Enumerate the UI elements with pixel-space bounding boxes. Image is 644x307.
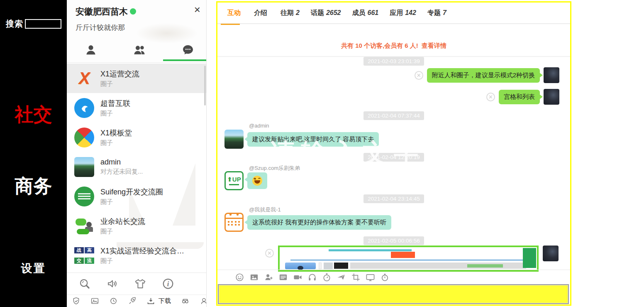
- left-sidebar: 搜索 社交 商务 设置: [0, 0, 67, 307]
- card-icon[interactable]: [278, 273, 288, 282]
- info-icon[interactable]: i: [162, 278, 174, 290]
- timestamp: 2021-02-04 23:14:45: [217, 194, 570, 203]
- shield-icon[interactable]: [72, 297, 80, 305]
- message-outgoing-image: ✕: [265, 246, 559, 272]
- search-label: 搜索: [6, 18, 23, 29]
- download-icon[interactable]: [146, 297, 155, 305]
- laugh-emoji: [252, 176, 262, 186]
- search-input[interactable]: [25, 19, 61, 29]
- add-person-icon[interactable]: [264, 273, 273, 282]
- people-icon[interactable]: [133, 43, 146, 56]
- message-bubble: 这系统很好 我有更好的操作体验方案 要不要听听: [247, 215, 391, 230]
- contact-toolbar: i: [67, 273, 206, 294]
- image-icon[interactable]: [249, 273, 259, 282]
- contact-desc: 对方还未回复...: [100, 168, 143, 176]
- active-tab-underline: [221, 24, 240, 25]
- emoji-icon[interactable]: [235, 273, 244, 282]
- tab-introduction[interactable]: 介绍: [254, 9, 269, 17]
- list-item-x1-practical[interactable]: 战高 交流 X1实战运营经验交流合… 圈子: [67, 241, 206, 270]
- tab-topics[interactable]: 话题2652: [311, 9, 341, 17]
- visitor-notice: 共有 10 个访客,会员有 6 人! 查看详情: [217, 42, 570, 50]
- bottom-taskbar: 下载: [67, 295, 206, 307]
- timestamp: 2021-02-04 07:37:44: [217, 111, 570, 120]
- list-item-chaopu[interactable]: 超普互联 圈子: [67, 93, 206, 123]
- tab-members[interactable]: 成员661: [352, 9, 379, 17]
- chat-bubble-icon[interactable]: [181, 43, 195, 56]
- screen-icon[interactable]: [366, 273, 375, 282]
- contact-desc: 圈子: [100, 198, 163, 206]
- close-icon[interactable]: ×: [194, 4, 200, 15]
- notice-text: 共有 10 个访客,会员有 6 人!: [341, 42, 418, 49]
- search-icon[interactable]: [78, 278, 91, 290]
- dart-icon[interactable]: [337, 273, 346, 282]
- sidebar-item-business[interactable]: 商务: [0, 174, 67, 199]
- volume-icon[interactable]: [106, 278, 119, 290]
- svg-text:i: i: [167, 280, 169, 288]
- delete-message-icon[interactable]: ✕: [265, 249, 274, 258]
- delete-message-icon[interactable]: ✕: [415, 71, 423, 80]
- sidebar-item-settings[interactable]: 设置: [0, 261, 67, 276]
- screenshot-image[interactable]: [278, 246, 539, 272]
- tshirt-icon[interactable]: [134, 278, 146, 290]
- avatar[interactable]: [224, 130, 244, 149]
- avatar[interactable]: [544, 89, 559, 105]
- person-icon[interactable]: [200, 297, 206, 305]
- car-icon[interactable]: [181, 297, 190, 305]
- list-item-admin[interactable]: admin 对方还未回复...: [67, 152, 206, 182]
- message-bubble: 宫格和列表: [499, 90, 540, 104]
- history-icon[interactable]: [109, 297, 118, 305]
- contact-desc: 圈子: [100, 110, 130, 118]
- view-details-link[interactable]: 查看详情: [422, 42, 446, 49]
- tab-interaction[interactable]: 互动: [227, 9, 243, 17]
- divider: [67, 62, 206, 63]
- panel-title: 安徽肥西苗木: [76, 6, 128, 17]
- contact-name: admin: [100, 158, 143, 167]
- message-incoming: 建议发新贴出来吧,这里时间久了,容易顶下去: [224, 130, 379, 149]
- person-icon[interactable]: [84, 43, 98, 56]
- tab-past-issues[interactable]: 往期2: [281, 9, 300, 17]
- avatar[interactable]: [544, 67, 559, 83]
- group-avatar: [74, 216, 94, 236]
- scrollbar-thumb[interactable]: [204, 66, 206, 106]
- gallery-icon[interactable]: [90, 297, 99, 305]
- contact-name: 业余站长交流: [100, 216, 145, 226]
- chat-panel: 互动 介绍 往期2 话题2652 成员661 应用142 专题7 共有 10 个…: [216, 1, 571, 306]
- group-avatar: [74, 187, 94, 206]
- contact-name: 超普互联: [100, 98, 130, 108]
- tab-apps[interactable]: 应用142: [390, 9, 416, 17]
- contact-name: X1运营交流: [100, 69, 139, 79]
- contact-name: X1模板堂: [100, 128, 132, 138]
- message-input-area[interactable]: [218, 284, 569, 304]
- list-item-x1-templates[interactable]: X1模板堂 圈子: [67, 123, 206, 152]
- list-item-webmaster[interactable]: 业余站长交流 圈子: [67, 211, 206, 241]
- sender-name[interactable]: @admin: [249, 123, 269, 129]
- video-icon[interactable]: [293, 273, 302, 282]
- contact-panel-header: 安徽肥西苗木 × 斤斤计较就你那: [67, 0, 206, 62]
- list-item-x1-operations[interactable]: X X1运营交流 圈子: [67, 64, 206, 93]
- delete-message-icon[interactable]: ✕: [486, 93, 495, 101]
- online-status-dot: [130, 8, 136, 15]
- timestamp: 2021-02-04 12:20:19: [217, 153, 570, 162]
- active-tab-underline: [163, 59, 206, 61]
- stopwatch-icon[interactable]: [322, 273, 332, 282]
- message-bubble: 附近人和圈子，建议显示模式2种切换: [427, 68, 540, 83]
- calendar-avatar[interactable]: [224, 213, 244, 232]
- message-bubble-emoji: [247, 172, 267, 189]
- crop-icon[interactable]: [351, 273, 361, 282]
- sidebar-item-social[interactable]: 社交: [0, 102, 67, 127]
- message-outgoing: ✕ 附近人和圈子，建议显示模式2种切换: [415, 67, 559, 83]
- avatar[interactable]: [543, 246, 559, 261]
- rocket-icon[interactable]: [128, 297, 137, 305]
- message-outgoing: ✕ 宫格和列表: [486, 89, 559, 105]
- contact-list: X X1运营交流 圈子 超普互联 圈子 X1模板堂 圈子 admin 对方还未回…: [67, 64, 206, 271]
- timer-icon[interactable]: [380, 273, 390, 282]
- headphones-icon[interactable]: [307, 273, 317, 282]
- timestamp: 2021-02-03 23:01:39: [217, 57, 570, 66]
- list-item-suifeng[interactable]: Suifeng开发交流圈 圈子: [67, 182, 206, 211]
- contact-name: Suifeng开发交流圈: [100, 187, 163, 197]
- tab-specials[interactable]: 专题7: [427, 9, 446, 17]
- up-logo-avatar[interactable]: ⬆UP: [224, 171, 244, 190]
- panel-subtitle: 斤斤计较就你那: [76, 23, 125, 32]
- group-avatar: X: [74, 69, 94, 88]
- download-label[interactable]: 下载: [159, 297, 171, 305]
